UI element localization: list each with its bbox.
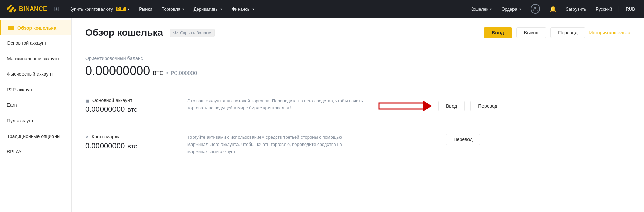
main-account-icon: ▣	[85, 97, 90, 103]
main-content: Обзор кошелька 👁 Скрыть баланс Ввод Выво…	[72, 18, 644, 212]
account-row-main: ▣ Основной аккаунт 0.00000000 BTC Это ва…	[72, 88, 644, 124]
main-deposit-button[interactable]: Ввод	[438, 101, 465, 111]
account-left-cross: ✕ Кросс-маржа 0.00000000 BTC	[85, 134, 174, 150]
red-arrow-icon	[378, 97, 433, 115]
binance-text: BINANCE	[19, 5, 47, 13]
balance-section: Ориентировочный баланс 0.00000000 BTC ≈ …	[72, 45, 644, 88]
wallet-icon	[8, 26, 14, 30]
profile-circle	[531, 4, 540, 14]
balance-currency: BTC	[153, 70, 164, 76]
upload-button[interactable]: Загрузить	[563, 0, 589, 18]
main-account-balance: 0.00000000	[85, 105, 125, 113]
page-header: Обзор кошелька 👁 Скрыть баланс Ввод Выво…	[72, 18, 644, 45]
balance-label: Ориентировочный баланс	[85, 56, 630, 61]
chevron-down-icon: ▾	[252, 7, 254, 11]
nav-finance[interactable]: Финансы ▾	[227, 0, 259, 18]
chevron-down-icon: ▾	[128, 7, 129, 11]
profile-icon[interactable]	[527, 0, 543, 18]
deposit-button[interactable]: Ввод	[484, 27, 512, 38]
chevron-down-icon: ▾	[490, 7, 492, 11]
sidebar-item-earn[interactable]: Earn	[0, 97, 71, 113]
grid-icon[interactable]: ⊞	[54, 5, 59, 13]
cross-margin-balance-row: 0.00000000 BTC	[85, 141, 174, 150]
main-account-name: Основной аккаунт	[92, 97, 132, 103]
accounts-section: ▣ Основной аккаунт 0.00000000 BTC Это ва…	[72, 88, 644, 165]
sidebar: Обзор кошелька Основной аккаунт Маржинал…	[0, 18, 72, 212]
account-row-cross-margin: ✕ Кросс-маржа 0.00000000 BTC Торгуйте ак…	[72, 124, 644, 165]
account-name-row-main: ▣ Основной аккаунт	[85, 97, 174, 103]
page-title: Обзор кошелька	[85, 27, 163, 38]
currency-selector[interactable]: RUB	[623, 0, 639, 18]
nav-markets[interactable]: Рынки	[134, 0, 157, 18]
main-layout: Обзор кошелька Основной аккаунт Маржинал…	[0, 18, 644, 212]
cross-margin-name: Кросс-маржа	[92, 134, 121, 139]
eye-icon: 👁	[173, 30, 178, 35]
logo[interactable]: BINANCE	[5, 3, 47, 14]
bell-notification-icon[interactable]: 🔔	[546, 0, 560, 18]
cross-margin-icon: ✕	[85, 134, 89, 139]
language-selector[interactable]: Русский	[592, 0, 615, 18]
binance-logo-icon	[5, 3, 16, 14]
nav-items: Купить криптовалюту RUB ▾ Рынки Торговля…	[64, 0, 467, 18]
main-transfer-button[interactable]: Перевод	[470, 101, 505, 111]
wallet-history-link[interactable]: История кошелька	[589, 30, 630, 35]
account-left-main: ▣ Основной аккаунт 0.00000000 BTC	[85, 97, 174, 114]
bell-icon: 🔔	[550, 6, 556, 12]
sidebar-item-bplay[interactable]: BPLAY	[0, 144, 71, 160]
nav-trade[interactable]: Торговля ▾	[157, 0, 188, 18]
balance-amount: 0.00000000 BTC ≈ ₽0.000000	[85, 64, 630, 78]
balance-value: 0.00000000	[85, 64, 150, 78]
cross-margin-actions: Перевод	[378, 134, 480, 145]
cross-margin-balance: 0.00000000	[85, 141, 125, 150]
chevron-down-icon: ▾	[220, 7, 222, 11]
svg-rect-1	[379, 103, 423, 109]
sidebar-item-futures-account[interactable]: Фьючерсный аккаунт	[0, 66, 71, 82]
sidebar-item-pool-account[interactable]: Пул-аккаунт	[0, 113, 71, 129]
main-account-actions: Ввод Перевод	[378, 97, 505, 115]
svg-marker-2	[423, 100, 432, 112]
sidebar-item-p2p-account[interactable]: P2P-аккаунт	[0, 82, 71, 98]
main-account-balance-row: 0.00000000 BTC	[85, 105, 174, 114]
sidebar-item-main-account[interactable]: Основной аккаунт	[0, 35, 71, 51]
nav-wallet[interactable]: Кошелек ▾	[467, 0, 495, 18]
cross-margin-transfer-button[interactable]: Перевод	[446, 134, 480, 145]
sidebar-item-margin-account[interactable]: Маржинальный аккаунт	[0, 51, 71, 67]
arrow-graphic	[378, 97, 433, 115]
account-name-row-cross: ✕ Кросс-маржа	[85, 134, 174, 139]
hide-balance-button[interactable]: 👁 Скрыть баланс	[170, 29, 215, 37]
chevron-down-icon: ▾	[519, 7, 521, 11]
withdraw-button[interactable]: Вывод	[516, 27, 546, 38]
cross-margin-description: Торгуйте активами с использованием средс…	[174, 134, 378, 155]
header-actions: Ввод Вывод Перевод История кошелька	[484, 27, 630, 38]
main-account-description: Это ваш аккаунт для спотовой торговли. П…	[174, 97, 378, 112]
nav-divider: |	[618, 6, 619, 12]
nav-right: Кошелек ▾ Ордера ▾ 🔔 Загрузить Русский |…	[467, 0, 639, 18]
nav-buy-crypto[interactable]: Купить криптовалюту RUB ▾	[64, 0, 134, 18]
transfer-button[interactable]: Перевод	[550, 27, 585, 38]
cross-margin-currency: BTC	[128, 144, 137, 149]
chevron-down-icon: ▾	[182, 7, 184, 11]
balance-approx: ≈ ₽0.000000	[166, 70, 197, 76]
sidebar-item-classic-options[interactable]: Традиционные опционы	[0, 129, 71, 145]
top-navigation: BINANCE ⊞ Купить криптовалюту RUB ▾ Рынк…	[0, 0, 644, 18]
main-account-currency: BTC	[128, 107, 137, 113]
nav-orders[interactable]: Ордера ▾	[498, 0, 524, 18]
sidebar-item-wallet-overview[interactable]: Обзор кошелька	[0, 20, 71, 35]
nav-derivatives[interactable]: Деривативы ▾	[189, 0, 227, 18]
